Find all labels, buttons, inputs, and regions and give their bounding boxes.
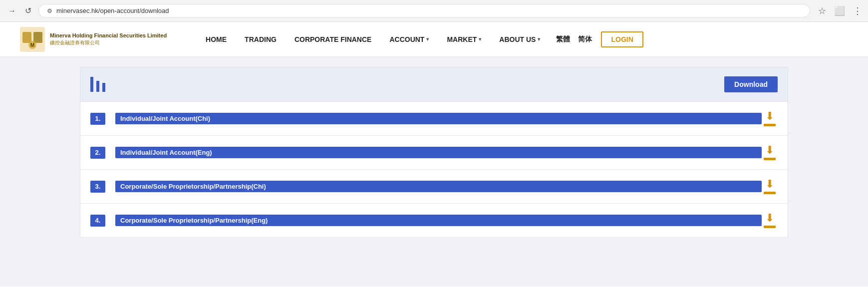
download-arrow-icon: ⬇ xyxy=(765,213,774,224)
bookmark-button[interactable]: ☆ xyxy=(818,5,826,16)
download-button-1[interactable]: ⬇ xyxy=(762,111,778,126)
download-header-button[interactable]: Download xyxy=(724,76,778,92)
bar-3 xyxy=(102,83,105,92)
download-base-icon xyxy=(764,226,776,228)
nav-home[interactable]: HOME xyxy=(197,22,236,57)
row-label-4: Corporate/Sole Proprietorship/Partnershi… xyxy=(115,215,762,226)
menu-button[interactable]: ⋮ xyxy=(853,5,862,16)
address-bar[interactable]: ⚙ minervasec.hk/open-account/download xyxy=(38,4,810,17)
nav-corporate-finance[interactable]: CORPORATE FINANCE xyxy=(286,22,381,57)
row-number-1: 1. xyxy=(90,113,105,125)
download-base-icon xyxy=(764,124,776,126)
extensions-button[interactable]: ⬜ xyxy=(834,5,845,16)
market-chevron: ▾ xyxy=(479,36,481,42)
lang-simplified[interactable]: 简体 xyxy=(575,33,595,46)
download-button-4[interactable]: ⬇ xyxy=(762,213,778,228)
svg-text:M: M xyxy=(30,42,34,48)
back-button[interactable]: → xyxy=(6,4,18,17)
row-number-2: 2. xyxy=(90,147,105,159)
download-base-icon xyxy=(764,158,776,160)
lock-icon: ⚙ xyxy=(47,7,52,14)
logo-company-chinese: 鑛控金融證券有限公司 xyxy=(50,40,100,45)
decorative-bars xyxy=(90,77,724,92)
account-chevron: ▾ xyxy=(426,36,429,42)
nav-about-us[interactable]: ABOUT US ▾ xyxy=(490,22,549,57)
browser-chrome: → ↺ ⚙ minervasec.hk/open-account/downloa… xyxy=(0,0,868,22)
bar-1 xyxy=(90,77,93,92)
row-number-3: 3. xyxy=(90,181,105,193)
download-base-icon xyxy=(764,192,776,194)
download-button-2[interactable]: ⬇ xyxy=(762,145,778,160)
site-header: M Minerva Holding Financial Securities L… xyxy=(0,22,868,57)
login-button[interactable]: LOGIN xyxy=(601,31,643,47)
table-row: 2. Individual/Joint Account(Eng) ⬇ xyxy=(80,136,788,170)
main-content: Download 1. Individual/Joint Account(Chi… xyxy=(0,57,868,287)
download-arrow-icon: ⬇ xyxy=(765,145,774,156)
main-nav: HOME TRADING CORPORATE FINANCE ACCOUNT ▾… xyxy=(197,22,848,57)
svg-rect-2 xyxy=(33,32,42,43)
download-arrow-icon: ⬇ xyxy=(765,179,774,190)
logo-link[interactable]: M Minerva Holding Financial Securities L… xyxy=(20,27,167,52)
logo-text: Minerva Holding Financial Securities Lim… xyxy=(50,32,167,46)
row-label-1: Individual/Joint Account(Chi) xyxy=(115,113,762,124)
download-button-3[interactable]: ⬇ xyxy=(762,179,778,194)
row-label-2: Individual/Joint Account(Eng) xyxy=(115,147,762,158)
logo-icon: M xyxy=(20,27,45,52)
bar-2 xyxy=(96,81,99,92)
download-arrow-icon: ⬇ xyxy=(765,111,774,122)
language-switcher: 繁體 简体 xyxy=(553,33,595,46)
nav-trading[interactable]: TRADING xyxy=(236,22,286,57)
row-label-3: Corporate/Sole Proprietorship/Partnershi… xyxy=(115,181,762,192)
logo-company-name: Minerva Holding Financial Securities Lim… xyxy=(50,32,167,39)
nav-market[interactable]: MARKET ▾ xyxy=(438,22,490,57)
nav-account[interactable]: ACCOUNT ▾ xyxy=(380,22,438,57)
table-row: 3. Corporate/Sole Proprietorship/Partner… xyxy=(80,170,788,204)
lang-traditional[interactable]: 繁體 xyxy=(553,33,573,46)
table-container: Download 1. Individual/Joint Account(Chi… xyxy=(0,57,868,258)
row-number-4: 4. xyxy=(90,215,105,227)
table-header-row: Download xyxy=(80,67,788,102)
url-text: minervasec.hk/open-account/download xyxy=(56,7,802,14)
table-row: 1. Individual/Joint Account(Chi) ⬇ xyxy=(80,102,788,136)
about-chevron: ▾ xyxy=(538,36,540,42)
svg-rect-1 xyxy=(22,32,31,43)
reload-button[interactable]: ↺ xyxy=(23,4,33,17)
table-row: 4. Corporate/Sole Proprietorship/Partner… xyxy=(80,204,788,238)
